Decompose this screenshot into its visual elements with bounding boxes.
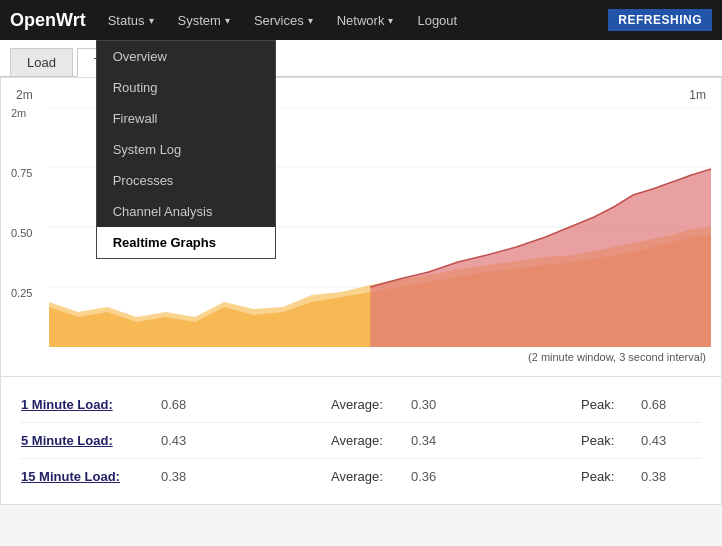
stats-row-5min: 5 Minute Load: 0.43 Average: 0.34 Peak: … — [21, 422, 701, 458]
dropdown-firewall[interactable]: Firewall — [97, 103, 275, 134]
status-dropdown: Overview Routing Firewall System Log Pro… — [96, 40, 276, 259]
nav-logout-label: Logout — [417, 13, 457, 28]
nav-services-label: Services — [254, 13, 304, 28]
stat-1min-value: 0.68 — [161, 397, 221, 412]
chart-x-label-right: 1m — [689, 88, 706, 102]
stat-5min-avg-label: Average: — [331, 433, 411, 448]
stats-table: 1 Minute Load: 0.68 Average: 0.30 Peak: … — [0, 377, 722, 505]
stat-15min-value: 0.38 — [161, 469, 221, 484]
brand: OpenWrt — [10, 10, 86, 31]
y-label-2m: 2m — [11, 107, 51, 119]
nav-network-arrow: ▾ — [388, 15, 393, 26]
stat-5min-peak-value: 0.43 — [641, 433, 701, 448]
dropdown-routing[interactable]: Routing — [97, 72, 275, 103]
stat-5min-label: 5 Minute Load: — [21, 433, 161, 448]
stat-5min-value: 0.43 — [161, 433, 221, 448]
dropdown-channel-analysis[interactable]: Channel Analysis — [97, 196, 275, 227]
dropdown-processes[interactable]: Processes — [97, 165, 275, 196]
nav-status-label: Status — [108, 13, 145, 28]
stat-1min-avg-value: 0.30 — [411, 397, 471, 412]
stats-row-15min: 15 Minute Load: 0.38 Average: 0.36 Peak:… — [21, 458, 701, 494]
chart-x-label-left: 2m — [16, 88, 33, 102]
chart-area-pink — [370, 169, 711, 347]
stat-1min-avg-label: Average: — [331, 397, 411, 412]
stats-row-1min: 1 Minute Load: 0.68 Average: 0.30 Peak: … — [21, 387, 701, 422]
nav-status[interactable]: Status ▾ Overview Routing Firewall Syste… — [96, 0, 166, 40]
nav-system[interactable]: System ▾ — [166, 0, 242, 40]
tab-load[interactable]: Load — [10, 48, 73, 76]
nav-status-arrow: ▾ — [149, 15, 154, 26]
stat-5min-peak-label: Peak: — [581, 433, 641, 448]
dropdown-realtime-graphs[interactable]: Realtime Graphs — [97, 227, 275, 258]
stat-1min-label: 1 Minute Load: — [21, 397, 161, 412]
stat-15min-peak-value: 0.38 — [641, 469, 701, 484]
refreshing-button[interactable]: REFRESHING — [608, 9, 712, 31]
stat-15min-label: 15 Minute Load: — [21, 469, 161, 484]
stat-1min-peak-value: 0.68 — [641, 397, 701, 412]
y-label-075: 0.75 — [11, 167, 51, 179]
navbar: OpenWrt Status ▾ Overview Routing Firewa… — [0, 0, 722, 40]
nav-services-arrow: ▾ — [308, 15, 313, 26]
stat-1min-peak-label: Peak: — [581, 397, 641, 412]
nav-system-label: System — [178, 13, 221, 28]
stat-15min-avg-value: 0.36 — [411, 469, 471, 484]
dropdown-system-log[interactable]: System Log — [97, 134, 275, 165]
chart-note: (2 minute window, 3 second interval) — [11, 351, 711, 363]
y-label-025: 0.25 — [11, 287, 51, 299]
stat-15min-avg-label: Average: — [331, 469, 411, 484]
nav-logout[interactable]: Logout — [405, 0, 469, 40]
stat-5min-avg-value: 0.34 — [411, 433, 471, 448]
nav-network[interactable]: Network ▾ — [325, 0, 406, 40]
y-label-050: 0.50 — [11, 227, 51, 239]
stat-15min-peak-label: Peak: — [581, 469, 641, 484]
y-axis: 2m 0.75 0.50 0.25 — [11, 107, 51, 347]
nav-system-arrow: ▾ — [225, 15, 230, 26]
nav-services[interactable]: Services ▾ — [242, 0, 325, 40]
dropdown-overview[interactable]: Overview — [97, 41, 275, 72]
nav-network-label: Network — [337, 13, 385, 28]
